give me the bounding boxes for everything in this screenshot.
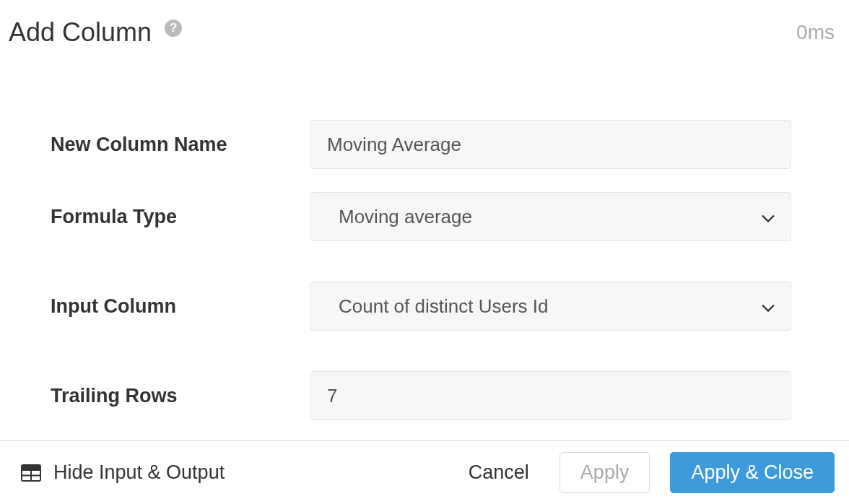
page-title: Add Column: [9, 17, 152, 48]
chevron-down-icon: [762, 206, 775, 228]
toggle-io-label: Hide Input & Output: [53, 461, 225, 484]
trailing-rows-input[interactable]: [310, 371, 791, 420]
apply-close-button[interactable]: Apply & Close: [670, 452, 835, 493]
input-column-value: Count of distinct Users Id: [339, 295, 548, 318]
formula-type-select[interactable]: Moving average: [310, 192, 791, 241]
row-formula-type: Formula Type Moving average: [51, 192, 791, 241]
label-input-column: Input Column: [51, 295, 310, 318]
svg-rect-1: [22, 471, 30, 475]
chevron-down-icon: [762, 295, 775, 318]
row-new-column-name: New Column Name: [51, 120, 791, 169]
footer-actions: Cancel Apply Apply & Close: [458, 452, 835, 493]
timing-label: 0ms: [796, 21, 835, 44]
title-wrap: Add Column ?: [9, 17, 182, 48]
new-column-name-input[interactable]: [310, 120, 791, 169]
svg-rect-3: [22, 476, 30, 480]
dialog-header: Add Column ? 0ms: [0, 0, 849, 48]
svg-rect-2: [32, 471, 40, 475]
label-new-column-name: New Column Name: [51, 134, 310, 156]
apply-button[interactable]: Apply: [560, 452, 650, 493]
toggle-input-output-button[interactable]: Hide Input & Output: [20, 461, 225, 484]
help-icon[interactable]: ?: [165, 19, 182, 37]
svg-rect-4: [32, 476, 40, 480]
dialog-footer: Hide Input & Output Cancel Apply Apply &…: [0, 440, 849, 504]
cancel-button[interactable]: Cancel: [458, 454, 539, 491]
row-trailing-rows: Trailing Rows: [51, 371, 791, 420]
label-trailing-rows: Trailing Rows: [51, 385, 310, 407]
form: New Column Name Formula Type Moving aver…: [0, 48, 849, 482]
label-formula-type: Formula Type: [51, 206, 310, 228]
row-input-column: Input Column Count of distinct Users Id: [51, 282, 791, 331]
input-column-select[interactable]: Count of distinct Users Id: [310, 282, 791, 331]
formula-type-value: Moving average: [339, 206, 472, 228]
table-icon: [20, 464, 42, 482]
